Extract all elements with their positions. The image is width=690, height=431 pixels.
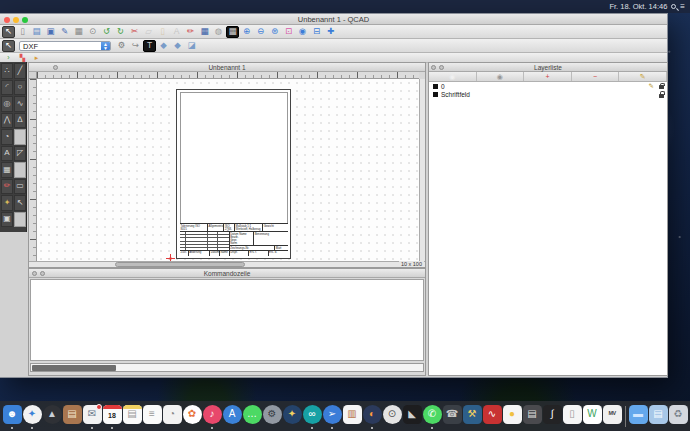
command-titlebar[interactable]: Kommandozeile	[29, 269, 425, 278]
drawing-canvas[interactable]: Tolerierung ISO 8015 Allgemeintoleranzen…	[37, 79, 419, 261]
dock-calendar[interactable]: 18	[103, 404, 122, 429]
dock-preview[interactable]: ◔	[163, 404, 182, 429]
dock-documents-folder[interactable]: ▬	[629, 404, 648, 429]
line-tool[interactable]: ╱	[14, 63, 26, 79]
dock-latex-app[interactable]: ∫	[543, 404, 562, 429]
paste-button[interactable]: ▯	[156, 26, 169, 38]
hatch-button[interactable]: ◍	[212, 26, 225, 38]
command-scrollbar[interactable]	[30, 363, 424, 372]
dock-photos[interactable]: ✿	[183, 404, 202, 429]
save-button[interactable]: ▣	[44, 26, 57, 38]
save-as-button[interactable]: ✎	[58, 26, 71, 38]
grid-toggle-button[interactable]: ▦	[226, 26, 239, 38]
dock-acrobat[interactable]: ∿	[483, 404, 502, 429]
arc-tool[interactable]: ◜	[1, 80, 13, 96]
pointer-tool[interactable]: ↖	[14, 195, 26, 211]
select-pointer-button[interactable]: ↖	[2, 26, 15, 38]
menubar-clock[interactable]: Fr. 18. Okt. 14:46	[609, 2, 667, 11]
dock-appstore[interactable]: A	[223, 404, 242, 429]
dock-phone-app[interactable]: ☎	[443, 404, 462, 429]
edit-layer-button[interactable]: ✎	[619, 72, 667, 81]
iso-view-right-button[interactable]: ◆	[171, 40, 184, 52]
zoom-window-button[interactable]: ⊟	[310, 26, 323, 38]
scrollbar-thumb[interactable]	[115, 262, 245, 267]
dock-notebook-app[interactable]: ▤	[523, 404, 542, 429]
new-file-button[interactable]: ▯	[16, 26, 29, 38]
layer-row-schriftfeld[interactable]: Schriftfeld	[429, 91, 667, 100]
palette-blank-2[interactable]	[14, 162, 26, 178]
drawing-titlebar[interactable]: Unbenannt 1	[29, 63, 425, 72]
pen-button[interactable]: ✏	[184, 26, 197, 38]
zoom-in-button[interactable]: ⊕	[240, 26, 253, 38]
layer-edit-pencil-icon[interactable]: ✎	[649, 82, 654, 90]
image-tool[interactable]: ▦	[1, 162, 13, 178]
layer-lock-icon[interactable]	[659, 94, 664, 98]
zoom-selection-button[interactable]: ⊡	[282, 26, 295, 38]
layer-color-swatch[interactable]	[433, 84, 438, 89]
dock-toolbox[interactable]: ⚒	[463, 404, 482, 429]
redo-button[interactable]: ↻	[114, 26, 127, 38]
cam-arrow-button[interactable]: ▸	[30, 54, 43, 62]
dock-thunderbird[interactable]: ➢	[323, 404, 342, 429]
dock-contacts[interactable]: ▤	[63, 404, 82, 429]
dock-mail[interactable]: ✉	[83, 404, 102, 429]
expand-chevron-button[interactable]: ›	[2, 54, 15, 62]
solid-tool[interactable]: ▣	[1, 212, 13, 228]
layers-titlebar[interactable]: Layerliste	[429, 63, 667, 72]
dock-safari[interactable]: ✦	[23, 404, 42, 429]
text-tool-button[interactable]: A	[170, 26, 183, 38]
dock-search-app[interactable]: ⊙	[383, 404, 402, 429]
dock-trash[interactable]: ♻	[669, 404, 688, 429]
print-button[interactable]: ▦	[72, 26, 85, 38]
settings-button[interactable]: ⚙	[115, 40, 128, 52]
print-preview-button[interactable]: ⊙	[86, 26, 99, 38]
notification-center-icon[interactable]: ≡	[680, 2, 684, 11]
window-titlebar[interactable]: Unbenannt 1 - QCAD	[0, 14, 667, 25]
open-file-button[interactable]: ▤	[30, 26, 43, 38]
text-tool[interactable]: A	[1, 146, 13, 162]
select-pointer-button-2[interactable]: ↖	[2, 40, 15, 52]
text-visibility-toggle[interactable]: T	[143, 40, 156, 52]
combo-stepper-icon[interactable]: ▲▼	[101, 42, 110, 50]
drawing-horizontal-scrollbar[interactable]: 10 x 100	[29, 261, 425, 267]
measure-tool[interactable]: ◔	[1, 129, 13, 145]
dock-eagle-cad[interactable]: ◣	[403, 404, 422, 429]
dock-finder[interactable]: ☻	[3, 404, 22, 429]
dock-messages[interactable]: …	[243, 404, 262, 429]
dock-document-app[interactable]: ▯	[563, 404, 582, 429]
freehand-tool[interactable]: ✦	[1, 195, 13, 211]
dock-keychain[interactable]: ✦	[283, 404, 302, 429]
zoom-out-button[interactable]: ⊖	[254, 26, 267, 38]
dock-system-preferences[interactable]: ⚙	[263, 404, 282, 429]
pen-tool[interactable]: ✏	[1, 179, 13, 195]
polyline-tool[interactable]: ⋀	[1, 113, 13, 129]
dock-w-app[interactable]: W	[583, 404, 602, 429]
dock-launchpad[interactable]: ▲	[43, 404, 62, 429]
dock-whatsapp[interactable]: ✆	[423, 404, 442, 429]
spotlight-search-icon[interactable]	[671, 4, 676, 9]
hatch-tool[interactable]: ◸	[14, 146, 26, 162]
dock-music[interactable]: ♪	[203, 404, 222, 429]
palette-blank-1[interactable]	[14, 129, 26, 145]
insert-block-tool[interactable]: ∆	[14, 113, 26, 129]
dock-textedit[interactable]: ≡	[143, 404, 162, 429]
dock-macvim[interactable]: MV	[603, 404, 622, 429]
ellipse-tool[interactable]: ◎	[1, 96, 13, 112]
zoom-previous-button[interactable]: ◉	[296, 26, 309, 38]
dimension-tool[interactable]: ▭	[14, 179, 26, 195]
show-all-layers-button[interactable]: ◉	[429, 72, 477, 81]
iso-view-left-button[interactable]: ◆	[157, 40, 170, 52]
copy-button[interactable]: ▱	[142, 26, 155, 38]
layer-row-0[interactable]: 0 ✎	[429, 82, 667, 91]
insert-reference-button[interactable]: ↪	[129, 40, 142, 52]
layer-lock-icon[interactable]	[659, 85, 664, 89]
cam-blocks-button[interactable]: ▚	[16, 54, 29, 62]
undo-button[interactable]: ↺	[100, 26, 113, 38]
drawing-vertical-scrollbar[interactable]	[419, 79, 425, 261]
dock-downloads-folder[interactable]: ▤	[649, 404, 668, 429]
pan-button[interactable]: ✚	[324, 26, 337, 38]
dock-books[interactable]: ▥	[343, 404, 362, 429]
spline-tool[interactable]: ∿	[14, 96, 26, 112]
hide-all-layers-button[interactable]: ◉	[477, 72, 525, 81]
palette-blank-3[interactable]	[14, 212, 26, 228]
